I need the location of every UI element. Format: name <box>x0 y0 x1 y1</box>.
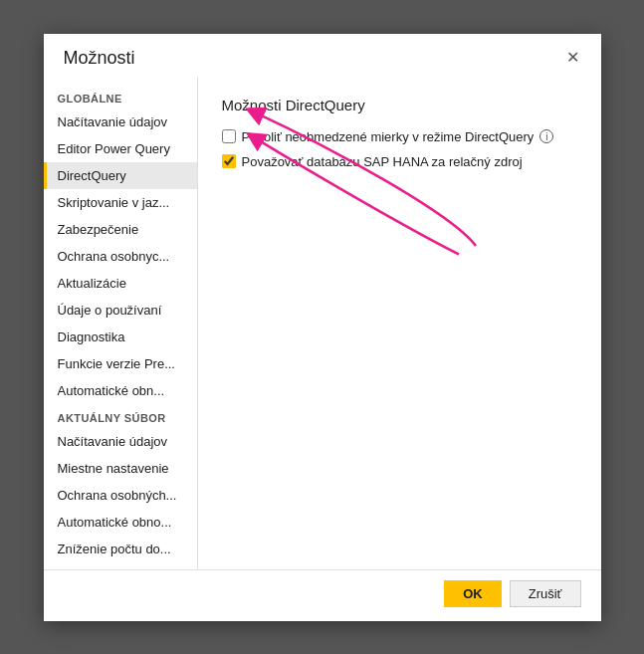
sidebar-item-diagnostika[interactable]: Diagnostika <box>44 324 197 350</box>
sidebar-item-funkcie[interactable]: Funkcie verzie Pre... <box>44 350 197 377</box>
sidebar-item-udaje[interactable]: Údaje o používaní <box>44 297 197 324</box>
dialog-title: Možnosti <box>64 48 135 69</box>
option-row-1: Povoliť neobmedzené mierky v režime Dire… <box>222 129 577 144</box>
option-label-1: Povoliť neobmedzené mierky v režime Dire… <box>242 129 535 144</box>
ok-button[interactable]: OK <box>444 580 502 607</box>
sidebar-item-automaticke-global[interactable]: Automatické obn... <box>44 377 197 404</box>
sidebar-item-aktualizacie[interactable]: Aktualizácie <box>44 270 197 297</box>
sidebar-item-directquery[interactable]: DirectQuery <box>44 162 197 189</box>
sidebar-item-nacitavanie[interactable]: Načítavanie údajov <box>44 109 197 135</box>
global-section-label: GLOBÁLNE <box>44 85 197 109</box>
options-dialog: Možnosti ✕ GLOBÁLNE Načítavanie údajov E… <box>44 34 601 621</box>
sidebar-item-editor-power-query[interactable]: Editor Power Query <box>44 135 197 162</box>
sidebar-item-ochrana2[interactable]: Ochrana osobných... <box>44 482 197 509</box>
sidebar-item-ochrana[interactable]: Ochrana osobnyc... <box>44 243 197 270</box>
option-label-2: Považovať databázu SAP HANA za relačný z… <box>242 154 523 169</box>
main-content: Možnosti DirectQuery Povoliť neobmedzené… <box>198 77 601 569</box>
option-checkbox-2[interactable] <box>222 154 236 168</box>
dialog-footer: OK Zrušiť <box>44 569 601 621</box>
option-checkbox-1[interactable] <box>222 129 236 143</box>
sidebar-item-zabezpecenie[interactable]: Zabezpečenie <box>44 216 197 243</box>
sidebar-item-miestne[interactable]: Miestne nastavenie <box>44 455 197 482</box>
dialog-body: GLOBÁLNE Načítavanie údajov Editor Power… <box>44 77 601 569</box>
info-icon-1[interactable]: i <box>539 129 553 143</box>
sidebar: GLOBÁLNE Načítavanie údajov Editor Power… <box>44 77 198 569</box>
dialog-titlebar: Možnosti ✕ <box>44 34 601 77</box>
sidebar-item-nastavenia[interactable]: Nastavenia zostavy <box>44 562 197 569</box>
sidebar-item-nacitavanie2[interactable]: Načítavanie údajov <box>44 428 197 455</box>
annotation-arrows <box>198 77 601 415</box>
close-button[interactable]: ✕ <box>560 48 585 68</box>
section-title: Možnosti DirectQuery <box>222 97 577 113</box>
sidebar-item-znizenie[interactable]: Zníženie počtu do... <box>44 536 197 562</box>
cancel-button[interactable]: Zrušiť <box>510 580 581 607</box>
option-row-2: Považovať databázu SAP HANA za relačný z… <box>222 154 577 169</box>
sidebar-item-automaticke2[interactable]: Automatické obno... <box>44 509 197 536</box>
sidebar-item-skriptovanie[interactable]: Skriptovanie v jaz... <box>44 189 197 216</box>
aktualne-section-label: AKTUÁLNY SÚBOR <box>44 404 197 428</box>
